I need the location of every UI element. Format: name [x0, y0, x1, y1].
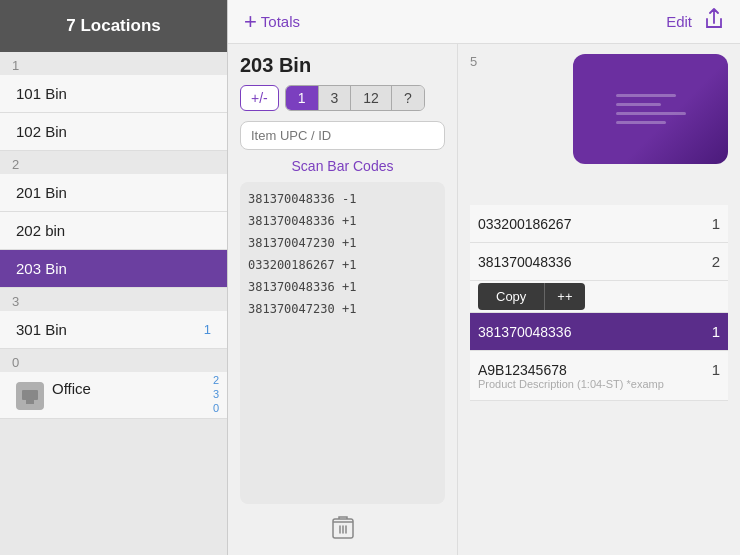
counter-tab-3[interactable]: 3	[319, 86, 352, 110]
item-desc: Product Description (1:04-ST) *examp	[478, 378, 664, 390]
photo-line	[616, 103, 661, 106]
sidebar-item-102bin[interactable]: 102 Bin	[0, 113, 227, 151]
scan-list: 381370048336 -1 381370048336 +1 38137004…	[240, 182, 445, 504]
delete-button[interactable]	[240, 514, 445, 545]
sidebar-header: 7 Locations	[0, 0, 227, 52]
sidebar-item-badge: 1	[204, 322, 211, 337]
office-icon	[16, 382, 44, 410]
counter-pm-button[interactable]: +/-	[240, 85, 279, 111]
counter-row: +/- 1 3 12 ?	[240, 85, 445, 111]
svg-rect-1	[22, 390, 38, 400]
photo-thumbnail	[573, 54, 728, 164]
sidebar-title: 7 Locations	[66, 16, 160, 35]
item-count: 2	[700, 253, 720, 270]
sidebar-item-101bin[interactable]: 101 Bin	[0, 75, 227, 113]
item-row-selected[interactable]: 381370048336 1	[470, 313, 728, 351]
item-code: A9B12345678	[478, 362, 700, 378]
left-panel: 203 Bin +/- 1 3 12 ? Scan Bar Codes 3813…	[228, 44, 458, 555]
item-count: 1	[700, 361, 720, 378]
photo-lines	[616, 94, 686, 124]
item-count: 1	[700, 323, 720, 340]
item-row[interactable]: 381370048336 2	[470, 243, 728, 281]
item-code: 033200186267	[478, 216, 700, 232]
sidebar-item-label: Office	[52, 380, 91, 397]
scan-codes-button[interactable]: Scan Bar Codes	[240, 158, 445, 174]
sidebar-item-label: 301 Bin	[16, 321, 67, 338]
scan-list-item: 033200186267 +1	[248, 254, 437, 276]
item-row[interactable]: A9B12345678 1 Product Description (1:04-…	[470, 351, 728, 401]
sidebar-item-badges: 2 3 0	[213, 374, 219, 416]
share-button[interactable]	[704, 8, 724, 35]
photo-line	[616, 94, 676, 97]
sidebar-item-label: 203 Bin	[16, 260, 67, 277]
main-toolbar: + Totals Edit	[228, 0, 740, 44]
right-panel: 5 033200186267 1 38137004	[458, 44, 740, 555]
totals-button[interactable]: Totals	[261, 13, 300, 30]
item-count: 1	[700, 215, 720, 232]
sidebar-item-203bin[interactable]: 203 Bin	[0, 250, 227, 288]
main-area: + Totals Edit 203 Bin +/- 1 3 12 ?	[228, 0, 740, 555]
sidebar-item-301bin[interactable]: 301 Bin 1	[0, 311, 227, 349]
counter-tabs: 1 3 12 ?	[285, 85, 425, 111]
item-code: 381370048336	[478, 324, 700, 340]
sidebar-item-label: 202 bin	[16, 222, 65, 239]
sidebar-group-0: 0	[0, 349, 227, 372]
scan-list-item: 381370048336 +1	[248, 276, 437, 298]
item-list: 033200186267 1 381370048336 2 Copy ++ 38…	[470, 205, 728, 401]
sidebar-item-201bin[interactable]: 201 Bin	[0, 174, 227, 212]
main-content: 203 Bin +/- 1 3 12 ? Scan Bar Codes 3813…	[228, 44, 740, 555]
counter-tab-1[interactable]: 1	[286, 86, 319, 110]
sidebar-item-202bin[interactable]: 202 bin	[0, 212, 227, 250]
scan-list-item: 381370047230 +1	[248, 298, 437, 320]
counter-tab-12[interactable]: 12	[351, 86, 392, 110]
sidebar-item-label: 101 Bin	[16, 85, 67, 102]
photo-line	[616, 121, 666, 124]
add-button[interactable]: +	[244, 11, 257, 33]
sidebar-group-1: 1	[0, 52, 227, 75]
search-input[interactable]	[240, 121, 445, 150]
item-row[interactable]: 033200186267 1	[470, 205, 728, 243]
sidebar: 7 Locations 1 101 Bin 102 Bin 2 201 Bin …	[0, 0, 228, 555]
copy-button[interactable]: Copy	[478, 283, 544, 310]
scan-list-item: 381370048336 -1	[248, 188, 437, 210]
sidebar-group-2: 2	[0, 151, 227, 174]
counter-tab-q[interactable]: ?	[392, 86, 424, 110]
sidebar-item-label: 102 Bin	[16, 123, 67, 140]
scan-list-item: 381370047230 +1	[248, 232, 437, 254]
item-code: 381370048336	[478, 254, 700, 270]
sidebar-group-3: 3	[0, 288, 227, 311]
plus-plus-button[interactable]: ++	[544, 283, 584, 310]
photo-line	[616, 112, 686, 115]
location-title: 203 Bin	[240, 54, 445, 77]
svg-rect-2	[26, 400, 34, 404]
sidebar-item-office[interactable]: Office 2 3 0	[0, 372, 227, 419]
scan-list-item: 381370048336 +1	[248, 210, 437, 232]
edit-button[interactable]: Edit	[666, 13, 692, 30]
sidebar-item-label: 201 Bin	[16, 184, 67, 201]
